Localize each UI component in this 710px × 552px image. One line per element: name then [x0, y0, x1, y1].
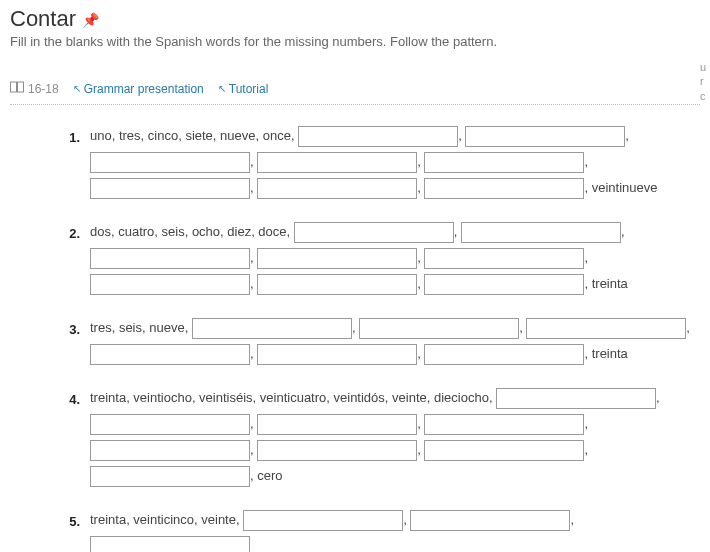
answer-blank[interactable]	[90, 178, 250, 199]
question-body: uno, tres, cinco, siete, nueve, once, , …	[90, 123, 700, 201]
question-text: ,	[417, 416, 424, 431]
question-text: ,	[250, 250, 257, 265]
answer-blank[interactable]	[257, 248, 417, 269]
answer-blank[interactable]	[410, 510, 570, 531]
question-text: uno, tres, cinco, siete, nueve, once,	[90, 128, 298, 143]
question-text: , cero	[250, 468, 283, 483]
question-text: ,	[621, 224, 625, 239]
question-text: ,	[625, 128, 629, 143]
page-title: Contar	[10, 6, 76, 32]
page-range: 16-18	[28, 82, 59, 96]
instructions-text: Fill in the blanks with the Spanish word…	[10, 34, 700, 49]
question-text: ,	[656, 390, 660, 405]
answer-blank[interactable]	[257, 344, 417, 365]
answer-blank[interactable]	[90, 440, 250, 461]
answer-blank[interactable]	[298, 126, 458, 147]
grammar-presentation-label: Grammar presentation	[84, 82, 204, 96]
question-row: 2.dos, cuatro, seis, ocho, diez, doce, ,…	[56, 219, 700, 297]
question-text: ,	[403, 512, 410, 527]
answer-blank[interactable]	[90, 152, 250, 173]
question-body: tres, seis, nueve, , , , , , , treinta	[90, 315, 700, 367]
question-body: dos, cuatro, seis, ocho, diez, doce, , ,…	[90, 219, 700, 297]
answer-blank[interactable]	[90, 536, 250, 552]
question-number: 2.	[56, 219, 80, 247]
answer-blank[interactable]	[90, 466, 250, 487]
question-number: 1.	[56, 123, 80, 151]
question-text: ,	[519, 320, 526, 335]
question-text: ,	[417, 276, 424, 291]
question-text: ,	[417, 442, 424, 457]
question-body: treinta, veintiocho, veintiséis, veintic…	[90, 385, 700, 489]
answer-blank[interactable]	[461, 222, 621, 243]
question-text: ,	[584, 416, 588, 431]
question-text: , treinta	[584, 276, 627, 291]
svg-rect-0	[11, 82, 17, 92]
answer-blank[interactable]	[243, 510, 403, 531]
question-text: ,	[417, 250, 424, 265]
question-text: , veintinueve	[584, 180, 657, 195]
answer-blank[interactable]	[424, 152, 584, 173]
answer-blank[interactable]	[257, 274, 417, 295]
answer-blank[interactable]	[424, 440, 584, 461]
grammar-presentation-link[interactable]: ↖ Grammar presentation	[73, 82, 204, 96]
reference-bar: 16-18 ↖ Grammar presentation ↖ Tutorial	[10, 81, 700, 96]
textbook-ref: 16-18	[10, 81, 59, 96]
answer-blank[interactable]	[257, 178, 417, 199]
question-text: ,	[686, 320, 690, 335]
answer-blank[interactable]	[90, 344, 250, 365]
tutorial-label: Tutorial	[229, 82, 269, 96]
question-text: ,	[584, 442, 588, 457]
question-text: , treinta	[584, 346, 627, 361]
tutorial-link[interactable]: ↖ Tutorial	[218, 82, 269, 96]
question-text: ,	[584, 250, 588, 265]
question-body: treinta, veinticinco, veinte, , ,	[90, 507, 700, 552]
questions-list: 1.uno, tres, cinco, siete, nueve, once, …	[10, 123, 700, 552]
answer-blank[interactable]	[257, 440, 417, 461]
question-text: ,	[352, 320, 359, 335]
question-row: 4.treinta, veintiocho, veintiséis, veint…	[56, 385, 700, 489]
question-text: ,	[584, 154, 588, 169]
answer-blank[interactable]	[359, 318, 519, 339]
popout-icon: ↖	[218, 83, 226, 94]
question-text: ,	[250, 154, 257, 169]
answer-blank[interactable]	[294, 222, 454, 243]
answer-blank[interactable]	[257, 152, 417, 173]
question-text: ,	[250, 276, 257, 291]
answer-blank[interactable]	[496, 388, 656, 409]
question-text: ,	[250, 346, 257, 361]
answer-blank[interactable]	[192, 318, 352, 339]
question-text: ,	[250, 442, 257, 457]
answer-blank[interactable]	[465, 126, 625, 147]
book-icon	[10, 81, 24, 96]
svg-rect-1	[18, 82, 24, 92]
question-text: ,	[458, 128, 465, 143]
question-text: treinta, veintiocho, veintiséis, veintic…	[90, 390, 496, 405]
question-text: ,	[417, 154, 424, 169]
popout-icon: ↖	[73, 83, 81, 94]
separator	[10, 104, 700, 105]
question-row: 1.uno, tres, cinco, siete, nueve, once, …	[56, 123, 700, 201]
question-row: 3.tres, seis, nueve, , , , , , , treinta	[56, 315, 700, 367]
answer-blank[interactable]	[424, 178, 584, 199]
question-row: 5.treinta, veinticinco, veinte, , ,	[56, 507, 700, 552]
answer-blank[interactable]	[257, 414, 417, 435]
question-text: ,	[250, 416, 257, 431]
question-text: treinta, veinticinco, veinte,	[90, 512, 243, 527]
question-number: 3.	[56, 315, 80, 343]
answer-blank[interactable]	[424, 274, 584, 295]
answer-blank[interactable]	[424, 414, 584, 435]
answer-blank[interactable]	[90, 248, 250, 269]
side-panel-fragment: urc	[700, 60, 706, 103]
answer-blank[interactable]	[90, 274, 250, 295]
question-text: ,	[417, 180, 424, 195]
answer-blank[interactable]	[526, 318, 686, 339]
question-text: ,	[570, 512, 574, 527]
answer-blank[interactable]	[424, 344, 584, 365]
question-text: ,	[454, 224, 461, 239]
answer-blank[interactable]	[424, 248, 584, 269]
pin-icon: 📌	[82, 12, 99, 28]
answer-blank[interactable]	[90, 414, 250, 435]
question-text: ,	[250, 180, 257, 195]
question-number: 4.	[56, 385, 80, 413]
question-text: dos, cuatro, seis, ocho, diez, doce,	[90, 224, 294, 239]
